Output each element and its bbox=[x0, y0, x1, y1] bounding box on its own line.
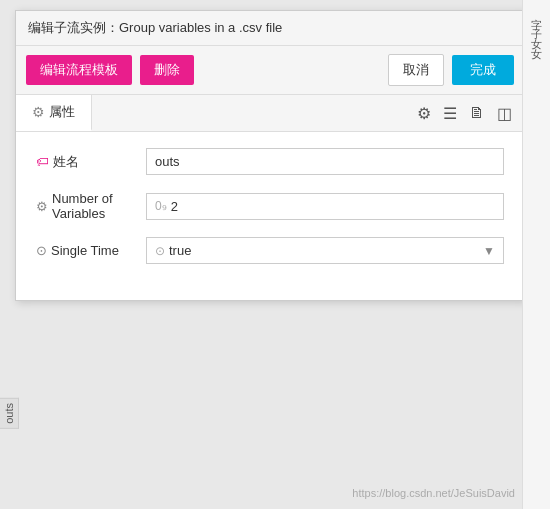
tab-list-button[interactable]: ☰ bbox=[439, 100, 461, 127]
delete-button[interactable]: 删除 bbox=[140, 55, 194, 85]
tab-properties-label: 属性 bbox=[49, 103, 75, 121]
tab-icon-group: ⚙ ☰ 🗎 ◫ bbox=[413, 100, 524, 127]
tab-gear-icon: ⚙ bbox=[32, 104, 45, 120]
cancel-button[interactable]: 取消 bbox=[388, 54, 444, 86]
tab-grid-button[interactable]: ◫ bbox=[493, 100, 516, 127]
name-row: 🏷 姓名 bbox=[36, 148, 504, 175]
single-time-select-wrapper: ⊙ true false ▼ bbox=[146, 237, 504, 264]
single-time-prefix-icon: ⊙ bbox=[155, 244, 165, 258]
single-time-select[interactable]: true false bbox=[169, 243, 495, 258]
modal-toolbar: 编辑流程模板 删除 取消 完成 bbox=[16, 46, 524, 95]
single-time-label-text: Single Time bbox=[51, 243, 119, 258]
single-time-row: ⊙ Single Time ⊙ true false ▼ bbox=[36, 237, 504, 264]
tab-doc-button[interactable]: 🗎 bbox=[465, 100, 489, 126]
num-variables-row: ⚙ Number of Variables 0₉ bbox=[36, 191, 504, 221]
tab-properties[interactable]: ⚙ 属性 bbox=[16, 95, 92, 131]
name-label: 🏷 姓名 bbox=[36, 153, 146, 171]
tab-gear-button[interactable]: ⚙ bbox=[413, 100, 435, 127]
right-sidebar: 字 子 女 女 bbox=[522, 0, 550, 509]
modal: 编辑子流实例：Group variables in a .csv file 编辑… bbox=[15, 10, 525, 301]
watermark: https://blog.csdn.net/JeSuisDavid bbox=[352, 487, 515, 499]
num-variables-input-wrapper: 0₉ bbox=[146, 193, 504, 220]
name-tag-icon: 🏷 bbox=[36, 154, 49, 169]
outer-wrapper: outs 编辑子流实例：Group variables in a .csv fi… bbox=[0, 0, 550, 509]
edit-template-button[interactable]: 编辑流程模板 bbox=[26, 55, 132, 85]
tab-bar: ⚙ 属性 ⚙ ☰ 🗎 ◫ bbox=[16, 95, 524, 132]
done-button[interactable]: 完成 bbox=[452, 55, 514, 85]
single-time-clock-icon: ⊙ bbox=[36, 243, 47, 258]
name-label-text: 姓名 bbox=[53, 153, 79, 171]
num-variables-label-text: Number of Variables bbox=[52, 191, 146, 221]
left-tab[interactable]: outs bbox=[0, 398, 19, 429]
single-time-label: ⊙ Single Time bbox=[36, 243, 146, 258]
modal-body: 🏷 姓名 ⚙ Number of Variables 0₉ ⊙ bbox=[16, 132, 524, 300]
num-variables-prefix-icon: 0₉ bbox=[155, 199, 167, 213]
num-variables-label: ⚙ Number of Variables bbox=[36, 191, 146, 221]
modal-title: 编辑子流实例：Group variables in a .csv file bbox=[16, 11, 524, 46]
num-variables-gear-icon: ⚙ bbox=[36, 199, 48, 214]
num-variables-input[interactable] bbox=[171, 199, 495, 214]
name-input[interactable] bbox=[146, 148, 504, 175]
